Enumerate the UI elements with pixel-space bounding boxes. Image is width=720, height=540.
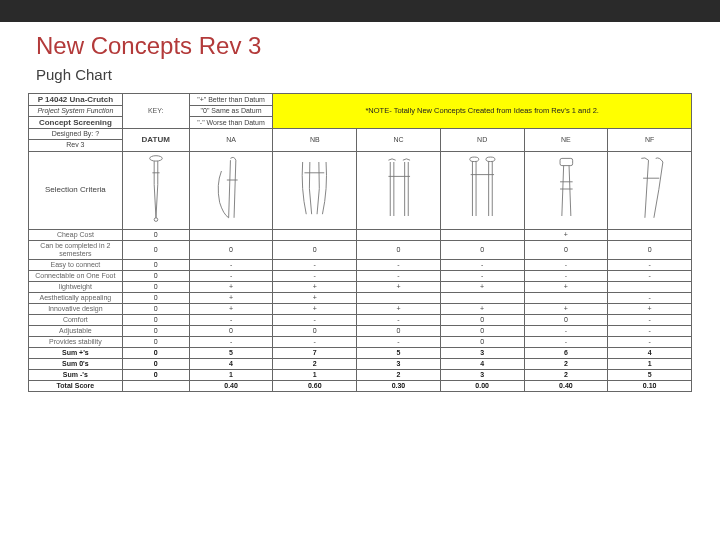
criteria-value: 0 bbox=[189, 240, 273, 259]
sum-minus-row-value: 1 bbox=[273, 370, 357, 381]
svg-line-5 bbox=[156, 184, 158, 217]
criteria-value: - bbox=[524, 325, 608, 336]
sum-zero-row-datum: 0 bbox=[122, 359, 189, 370]
criteria-row: Cheap Cost0+ bbox=[29, 229, 692, 240]
sketch-nd bbox=[440, 151, 524, 229]
criteria-value: + bbox=[273, 292, 357, 303]
criteria-value: + bbox=[440, 303, 524, 314]
concept-hdr-na: NA bbox=[189, 129, 273, 151]
criteria-value: - bbox=[608, 270, 692, 281]
total-score-row-datum bbox=[122, 381, 189, 392]
sum-plus-row-value: 6 bbox=[524, 348, 608, 359]
criteria-name: lightweight bbox=[29, 281, 123, 292]
criteria-name: Cheap Cost bbox=[29, 229, 123, 240]
criteria-value: - bbox=[189, 336, 273, 347]
criteria-value: + bbox=[273, 281, 357, 292]
sum-zero-row-label: Sum 0's bbox=[29, 359, 123, 370]
sum-zero-row-value: 3 bbox=[357, 359, 441, 370]
criteria-value bbox=[273, 229, 357, 240]
criteria-datum: 0 bbox=[122, 325, 189, 336]
svg-line-7 bbox=[228, 160, 230, 218]
pugh-chart-container: P 14042 Una-Crutch KEY: "+" Better than … bbox=[0, 93, 720, 392]
sum-plus-row-value: 3 bbox=[440, 348, 524, 359]
criteria-value: 0 bbox=[524, 240, 608, 259]
criteria-name: Connectable on One Foot bbox=[29, 270, 123, 281]
svg-line-25 bbox=[569, 166, 571, 216]
sketch-nf bbox=[608, 151, 692, 229]
criteria-datum: 0 bbox=[122, 229, 189, 240]
criteria-value: - bbox=[273, 314, 357, 325]
svg-line-4 bbox=[154, 184, 156, 217]
sum-minus-row-value: 5 bbox=[608, 370, 692, 381]
criteria-value: + bbox=[189, 303, 273, 314]
svg-line-8 bbox=[234, 160, 236, 218]
criteria-value: - bbox=[440, 270, 524, 281]
criteria-value: - bbox=[189, 259, 273, 270]
criteria-datum: 0 bbox=[122, 292, 189, 303]
criteria-value: + bbox=[524, 281, 608, 292]
criteria-datum: 0 bbox=[122, 270, 189, 281]
key-zero: "0" Same as Datum bbox=[189, 106, 273, 117]
total-score-row-value: 0.40 bbox=[189, 381, 273, 392]
sum-minus-row-value: 1 bbox=[189, 370, 273, 381]
criteria-row: Innovative design0++++++ bbox=[29, 303, 692, 314]
sum-zero-row-value: 4 bbox=[440, 359, 524, 370]
sum-zero-row-value: 2 bbox=[524, 359, 608, 370]
concept-hdr-ne: NE bbox=[524, 129, 608, 151]
total-score-row-value: 0.10 bbox=[608, 381, 692, 392]
total-score-row-value: 0.60 bbox=[273, 381, 357, 392]
sum-minus-row-value: 2 bbox=[357, 370, 441, 381]
criteria-datum: 0 bbox=[122, 259, 189, 270]
key-plus: "+" Better than Datum bbox=[189, 94, 273, 106]
datum-header: DATUM bbox=[122, 129, 189, 151]
sum-plus-row-label: Sum +'s bbox=[29, 348, 123, 359]
criteria-value: + bbox=[524, 229, 608, 240]
criteria-row: Can be completed in 2 semesters0000000 bbox=[29, 240, 692, 259]
svg-point-16 bbox=[470, 157, 479, 162]
concept-hdr-nd: ND bbox=[440, 129, 524, 151]
criteria-value: - bbox=[273, 259, 357, 270]
sum-plus-row-value: 7 bbox=[273, 348, 357, 359]
criteria-value: + bbox=[357, 303, 441, 314]
sketch-ne bbox=[524, 151, 608, 229]
criteria-value: + bbox=[524, 303, 608, 314]
total-score-row: Total Score0.400.600.300.000.400.10 bbox=[29, 381, 692, 392]
project-id: P 14042 Una-Crutch bbox=[29, 94, 123, 106]
criteria-value bbox=[524, 292, 608, 303]
sum-zero-row-value: 4 bbox=[189, 359, 273, 370]
criteria-value: - bbox=[524, 270, 608, 281]
svg-line-24 bbox=[561, 166, 563, 216]
sum-minus-row-label: Sum -'s bbox=[29, 370, 123, 381]
concept-hdr-nc: NC bbox=[357, 129, 441, 151]
criteria-value: 0 bbox=[440, 240, 524, 259]
svg-point-0 bbox=[149, 156, 162, 161]
criteria-value: 0 bbox=[273, 325, 357, 336]
sum-plus-row: Sum +'s0575364 bbox=[29, 348, 692, 359]
criteria-value: 0 bbox=[440, 336, 524, 347]
criteria-value bbox=[440, 292, 524, 303]
criteria-value bbox=[357, 229, 441, 240]
criteria-datum: 0 bbox=[122, 303, 189, 314]
svg-rect-23 bbox=[560, 158, 573, 165]
criteria-name: Innovative design bbox=[29, 303, 123, 314]
criteria-row: Aesthetically appealing0++- bbox=[29, 292, 692, 303]
criteria-value: 0 bbox=[357, 240, 441, 259]
concept-hdr-nf: NF bbox=[608, 129, 692, 151]
criteria-row: Provides stability0---0-- bbox=[29, 336, 692, 347]
sum-zero-row-value: 2 bbox=[273, 359, 357, 370]
criteria-value: + bbox=[357, 281, 441, 292]
total-score-row-label: Total Score bbox=[29, 381, 123, 392]
sum-plus-row-value: 5 bbox=[357, 348, 441, 359]
sum-minus-row-value: 3 bbox=[440, 370, 524, 381]
criteria-value bbox=[357, 292, 441, 303]
criteria-value: - bbox=[524, 259, 608, 270]
concept-screening: Concept Screening bbox=[29, 117, 123, 129]
criteria-value: - bbox=[189, 270, 273, 281]
criteria-value: - bbox=[608, 259, 692, 270]
criteria-name: Aesthetically appealing bbox=[29, 292, 123, 303]
criteria-value: 0 bbox=[273, 240, 357, 259]
criteria-value: 0 bbox=[189, 325, 273, 336]
total-score-row-value: 0.30 bbox=[357, 381, 441, 392]
criteria-value bbox=[608, 281, 692, 292]
criteria-value: - bbox=[357, 314, 441, 325]
